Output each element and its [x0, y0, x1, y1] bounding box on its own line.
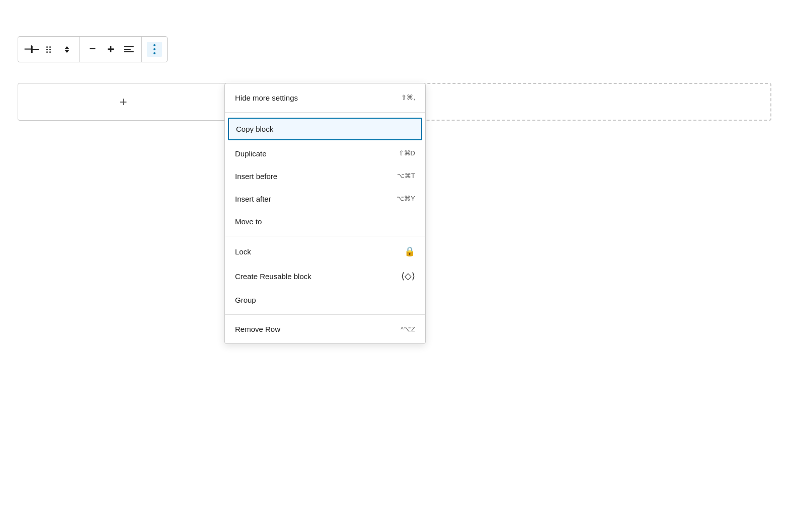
remove-row-shortcut: ^⌥Z: [401, 325, 415, 334]
menu-item-remove-row[interactable]: Remove Row ^⌥Z: [225, 318, 425, 340]
duplicate-shortcut: ⇧⌘D: [399, 149, 415, 158]
menu-item-hide-settings[interactable]: Hide more settings ⇧⌘,: [225, 86, 425, 109]
menu-item-insert-before[interactable]: Insert before ⌥⌘T: [225, 165, 425, 188]
menu-item-duplicate[interactable]: Duplicate ⇧⌘D: [225, 142, 425, 165]
lock-label: Lock: [235, 246, 251, 257]
toolbar-group-columns: ⊣⊢: [18, 37, 80, 62]
insert-after-shortcut: ⌥⌘Y: [397, 194, 415, 203]
toolbar-group-more: [142, 37, 167, 62]
copy-block-label: Copy block: [236, 124, 273, 134]
arrows-icon: [64, 46, 69, 53]
toolbar: ⊣⊢ −: [18, 36, 168, 62]
remove-row-label: Remove Row: [235, 324, 280, 334]
menu-item-move-to[interactable]: Move to: [225, 210, 425, 233]
create-reusable-label: Create Reusable block: [235, 271, 311, 282]
menu-section-2: Copy block Duplicate ⇧⌘D Insert before ⌥…: [225, 113, 425, 236]
add-icon: +: [119, 94, 127, 110]
remove-column-btn[interactable]: −: [85, 42, 100, 57]
minus-icon: −: [90, 43, 96, 54]
more-options-btn[interactable]: [147, 42, 162, 57]
page-wrapper: ⊣⊢ −: [0, 0, 789, 532]
arrows-btn[interactable]: [59, 42, 74, 57]
menu-item-copy-block[interactable]: Copy block: [228, 118, 422, 140]
add-column-btn[interactable]: +: [103, 42, 118, 57]
menu-item-group[interactable]: Group: [225, 289, 425, 311]
insert-after-label: Insert after: [235, 194, 271, 204]
menu-section-4: Remove Row ^⌥Z: [225, 315, 425, 343]
insert-before-shortcut: ⌥⌘T: [397, 171, 415, 181]
align-icon: [124, 46, 134, 52]
hide-settings-label: Hide more settings: [235, 93, 298, 103]
move-to-label: Move to: [235, 216, 262, 227]
lock-icon: 🔒: [404, 245, 415, 258]
menu-item-create-reusable[interactable]: Create Reusable block ⟨◇⟩: [225, 264, 425, 289]
align-btn[interactable]: [121, 42, 136, 57]
insert-before-label: Insert before: [235, 171, 277, 182]
menu-item-insert-after[interactable]: Insert after ⌥⌘Y: [225, 188, 425, 210]
plus-icon: +: [107, 43, 114, 55]
duplicate-label: Duplicate: [235, 148, 267, 159]
drag-icon: [46, 46, 51, 53]
drag-handle-btn[interactable]: [41, 42, 56, 57]
menu-section-1: Hide more settings ⇧⌘,: [225, 83, 425, 113]
columns-icon-btn[interactable]: ⊣⊢: [23, 42, 38, 57]
dots-vertical-icon: [153, 44, 155, 54]
menu-section-3: Lock 🔒 Create Reusable block ⟨◇⟩ Group: [225, 236, 425, 315]
menu-item-lock[interactable]: Lock 🔒: [225, 239, 425, 264]
group-label: Group: [235, 295, 256, 305]
context-menu: Hide more settings ⇧⌘, Copy block Duplic…: [224, 83, 426, 344]
toolbar-group-block: − +: [80, 37, 142, 62]
reusable-block-icon: ⟨◇⟩: [401, 270, 415, 283]
hide-settings-shortcut: ⇧⌘,: [401, 93, 415, 102]
add-block-button[interactable]: +: [18, 83, 229, 121]
